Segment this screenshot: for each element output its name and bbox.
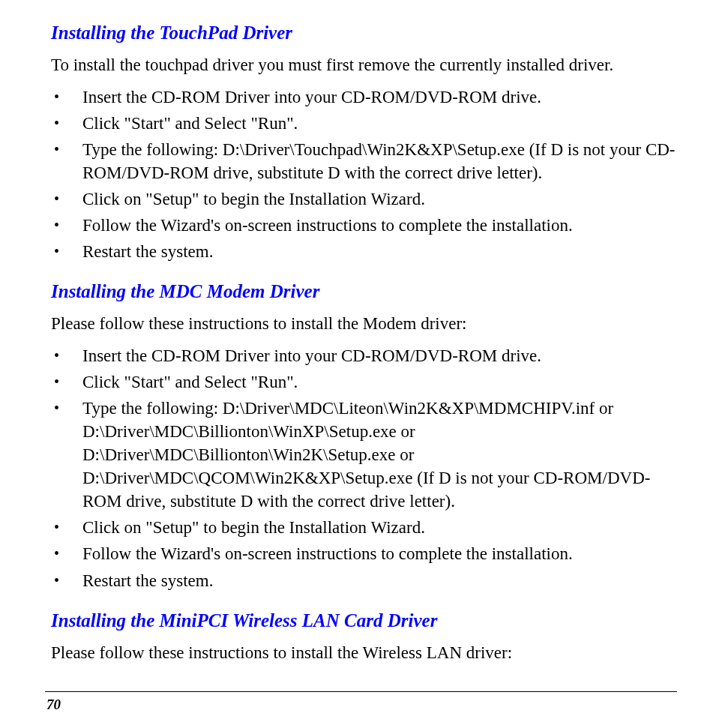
list-item: •Follow the Wizard's on-screen instructi…	[51, 542, 677, 565]
bullet-icon: •	[51, 138, 82, 161]
section-heading: Installing the TouchPad Driver	[51, 22, 677, 43]
bullet-icon: •	[51, 569, 82, 592]
page-number: 70	[46, 697, 61, 713]
list-item-text: Click "Start" and Select "Run".	[82, 370, 677, 394]
list-item-text: Insert the CD-ROM Driver into your CD-RO…	[82, 344, 677, 367]
list-item-text: Restart the system.	[82, 569, 677, 592]
list-item: •Follow the Wizard's on-screen instructi…	[51, 214, 677, 237]
list-item-text: Follow the Wizard's on-screen instructio…	[82, 214, 677, 237]
list-item-text: Click "Start" and Select "Run".	[82, 112, 677, 135]
bullet-icon: •	[51, 397, 82, 420]
section-heading: Installing the MDC Modem Driver	[51, 281, 677, 302]
section-heading: Installing the MiniPCI Wireless LAN Card…	[51, 610, 677, 631]
list-item: •Restart the system.	[51, 569, 677, 592]
bullet-icon: •	[51, 240, 82, 263]
list-item: •Click on "Setup" to begin the Installat…	[51, 516, 677, 539]
bullet-icon: •	[51, 85, 82, 109]
list-item-text: Click on "Setup" to begin the Installati…	[82, 187, 677, 211]
list-item-text: Click on "Setup" to begin the Installati…	[82, 516, 677, 539]
bullet-icon: •	[51, 214, 82, 237]
list-item-text: Restart the system.	[82, 240, 677, 263]
list-item: •Click "Start" and Select "Run".	[51, 112, 677, 135]
list-item: •Insert the CD-ROM Driver into your CD-R…	[51, 85, 677, 109]
list-item-text: Type the following: D:\Driver\MDC\Liteon…	[82, 397, 677, 513]
list-item: •Click "Start" and Select "Run".	[51, 370, 677, 394]
document-page: Installing the TouchPad Driver To instal…	[51, 22, 677, 664]
section-intro: To install the touchpad driver you must …	[51, 54, 677, 76]
bullet-icon: •	[51, 187, 82, 211]
list-item: •Type the following: D:\Driver\Touchpad\…	[51, 138, 677, 184]
list-item: •Restart the system.	[51, 240, 677, 263]
section-intro: Please follow these instructions to inst…	[51, 642, 677, 664]
list-item: •Click on "Setup" to begin the Installat…	[51, 187, 677, 211]
list-item: •Type the following: D:\Driver\MDC\Liteo…	[51, 397, 677, 513]
bullet-icon: •	[51, 516, 82, 539]
bullet-icon: •	[51, 370, 82, 394]
bullet-icon: •	[51, 542, 82, 565]
section-intro: Please follow these instructions to inst…	[51, 313, 677, 335]
list-item: •Insert the CD-ROM Driver into your CD-R…	[51, 344, 677, 367]
footer-divider	[45, 691, 677, 692]
list-item-text: Type the following: D:\Driver\Touchpad\W…	[82, 138, 677, 184]
bullet-icon: •	[51, 344, 82, 367]
instruction-list: •Insert the CD-ROM Driver into your CD-R…	[51, 85, 677, 263]
instruction-list: •Insert the CD-ROM Driver into your CD-R…	[51, 344, 677, 592]
bullet-icon: •	[51, 112, 82, 135]
list-item-text: Insert the CD-ROM Driver into your CD-RO…	[82, 85, 677, 109]
list-item-text: Follow the Wizard's on-screen instructio…	[82, 542, 677, 565]
